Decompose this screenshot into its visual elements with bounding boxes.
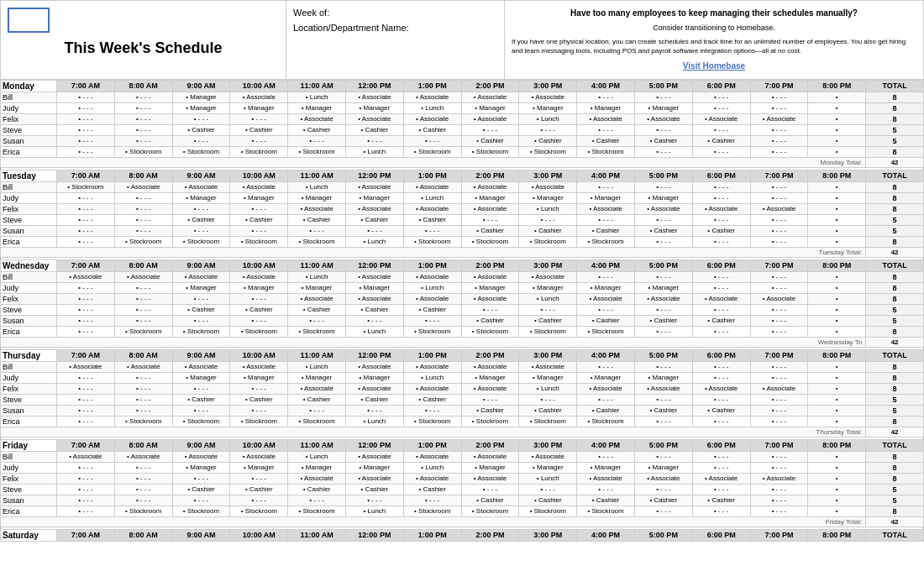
shift-cell[interactable]: • - - - bbox=[692, 282, 750, 293]
shift-cell[interactable]: • - - - bbox=[634, 271, 692, 282]
shift-cell[interactable]: • - - - bbox=[750, 181, 808, 192]
shift-cell[interactable]: • Cashier bbox=[288, 484, 346, 495]
shift-cell[interactable]: • Lunch bbox=[403, 462, 461, 473]
shift-cell[interactable]: • - - - bbox=[750, 506, 808, 516]
shift-cell[interactable]: • - - - bbox=[750, 271, 808, 282]
shift-cell[interactable]: • Cashier bbox=[519, 315, 577, 326]
shift-cell[interactable]: • - - - bbox=[634, 484, 692, 495]
shift-cell[interactable]: • Cashier bbox=[461, 225, 519, 236]
shift-cell[interactable]: • - - - bbox=[692, 146, 750, 157]
shift-cell[interactable]: • Manager bbox=[172, 92, 230, 102]
shift-cell[interactable]: • Stockroom bbox=[114, 146, 172, 157]
shift-cell[interactable]: • Stockroom bbox=[172, 146, 230, 157]
shift-cell[interactable]: • Stockroom bbox=[114, 236, 172, 247]
shift-cell[interactable]: • Associate bbox=[519, 92, 577, 102]
shift-cell[interactable]: • Manager bbox=[345, 372, 403, 383]
shift-cell[interactable]: • Stockroom bbox=[403, 506, 461, 516]
shift-cell[interactable]: • - - - bbox=[750, 361, 808, 372]
shift-cell[interactable]: • Lunch bbox=[519, 383, 577, 394]
shift-cell[interactable]: • Stockroom bbox=[172, 326, 230, 337]
shift-cell[interactable]: • Cashier bbox=[461, 495, 519, 506]
shift-cell[interactable]: • - - - bbox=[634, 124, 692, 135]
shift-cell[interactable]: • - - - bbox=[172, 473, 230, 484]
shift-cell[interactable]: • - - - bbox=[172, 405, 230, 416]
shift-cell[interactable]: • Lunch bbox=[519, 203, 577, 214]
shift-cell[interactable]: • Associate bbox=[403, 113, 461, 124]
shift-cell[interactable]: • Stockroom bbox=[288, 236, 346, 247]
shift-cell[interactable]: • Lunch bbox=[288, 271, 346, 282]
shift-cell[interactable]: • - - - bbox=[692, 326, 750, 337]
shift-cell[interactable]: • - - - bbox=[114, 282, 172, 293]
shift-cell[interactable]: • Cashier bbox=[519, 405, 577, 416]
shift-cell[interactable]: • Associate bbox=[345, 361, 403, 372]
shift-cell[interactable]: • - - - bbox=[750, 304, 808, 315]
shift-cell[interactable]: • Stockroom bbox=[461, 506, 519, 516]
shift-cell[interactable]: • - - - bbox=[57, 462, 115, 473]
shift-cell[interactable]: • - - - bbox=[519, 394, 577, 405]
shift-cell[interactable]: • - - - bbox=[57, 372, 115, 383]
shift-cell[interactable]: • Cashier bbox=[634, 225, 692, 236]
shift-cell[interactable]: • - - - bbox=[57, 113, 115, 124]
shift-cell[interactable]: • - - - bbox=[692, 506, 750, 516]
shift-cell[interactable]: • Associate bbox=[750, 383, 808, 394]
shift-cell[interactable]: • Cashier bbox=[288, 394, 346, 405]
shift-cell[interactable]: • Associate bbox=[57, 271, 115, 282]
shift-cell[interactable]: • - - - bbox=[692, 484, 750, 495]
shift-cell[interactable]: • - - - bbox=[750, 326, 808, 337]
shift-cell[interactable]: • bbox=[808, 506, 866, 516]
shift-cell[interactable]: • bbox=[808, 473, 866, 484]
shift-cell[interactable]: • bbox=[808, 462, 866, 473]
shift-cell[interactable]: • - - - bbox=[634, 181, 692, 192]
shift-cell[interactable]: • Cashier bbox=[345, 124, 403, 135]
shift-cell[interactable]: • - - - bbox=[345, 225, 403, 236]
shift-cell[interactable]: • Cashier bbox=[288, 124, 346, 135]
shift-cell[interactable]: • Associate bbox=[634, 293, 692, 304]
shift-cell[interactable]: • - - - bbox=[519, 124, 577, 135]
shift-cell[interactable]: • Manager bbox=[634, 282, 692, 293]
shift-cell[interactable]: • - - - bbox=[750, 146, 808, 157]
shift-cell[interactable]: • - - - bbox=[403, 225, 461, 236]
shift-cell[interactable]: • - - - bbox=[750, 484, 808, 495]
shift-cell[interactable]: • Associate bbox=[114, 271, 172, 282]
shift-cell[interactable]: • Associate bbox=[577, 473, 635, 484]
shift-cell[interactable]: • bbox=[808, 102, 866, 113]
shift-cell[interactable]: • Lunch bbox=[519, 113, 577, 124]
shift-cell[interactable]: • Associate bbox=[403, 203, 461, 214]
shift-cell[interactable]: • - - - bbox=[750, 416, 808, 427]
shift-cell[interactable]: • Cashier bbox=[634, 495, 692, 506]
shift-cell[interactable]: • Manager bbox=[577, 282, 635, 293]
shift-cell[interactable]: • Cashier bbox=[345, 484, 403, 495]
shift-cell[interactable]: • - - - bbox=[57, 146, 115, 157]
shift-cell[interactable]: • Cashier bbox=[403, 214, 461, 225]
shift-cell[interactable]: • Stockroom bbox=[403, 146, 461, 157]
shift-cell[interactable]: • - - - bbox=[750, 236, 808, 247]
shift-cell[interactable]: • Manager bbox=[345, 102, 403, 113]
shift-cell[interactable]: • Associate bbox=[57, 451, 115, 462]
shift-cell[interactable]: • Cashier bbox=[634, 405, 692, 416]
shift-cell[interactable]: • - - - bbox=[750, 462, 808, 473]
shift-cell[interactable]: • Lunch bbox=[288, 451, 346, 462]
shift-cell[interactable]: • - - - bbox=[692, 102, 750, 113]
shift-cell[interactable]: • Associate bbox=[172, 451, 230, 462]
shift-cell[interactable]: • - - - bbox=[57, 236, 115, 247]
shift-cell[interactable]: • Manager bbox=[634, 372, 692, 383]
shift-cell[interactable]: • - - - bbox=[288, 225, 346, 236]
shift-cell[interactable]: • Cashier bbox=[345, 394, 403, 405]
shift-cell[interactable]: • bbox=[808, 236, 866, 247]
shift-cell[interactable]: • Manager bbox=[172, 462, 230, 473]
shift-cell[interactable]: • - - - bbox=[750, 451, 808, 462]
shift-cell[interactable]: • Associate bbox=[461, 92, 519, 102]
shift-cell[interactable]: • - - - bbox=[634, 146, 692, 157]
shift-cell[interactable]: • Manager bbox=[519, 102, 577, 113]
shift-cell[interactable]: • Associate bbox=[345, 473, 403, 484]
shift-cell[interactable]: • Stockroom bbox=[288, 506, 346, 516]
shift-cell[interactable]: • - - - bbox=[57, 506, 115, 516]
shift-cell[interactable]: • Cashier bbox=[692, 225, 750, 236]
shift-cell[interactable]: • Lunch bbox=[403, 102, 461, 113]
shift-cell[interactable]: • Associate bbox=[172, 361, 230, 372]
shift-cell[interactable]: • Cashier bbox=[172, 394, 230, 405]
shift-cell[interactable]: • Associate bbox=[461, 473, 519, 484]
shift-cell[interactable]: • Stockroom bbox=[461, 146, 519, 157]
shift-cell[interactable]: • Stockroom bbox=[403, 416, 461, 427]
shift-cell[interactable]: • Manager bbox=[230, 192, 288, 203]
